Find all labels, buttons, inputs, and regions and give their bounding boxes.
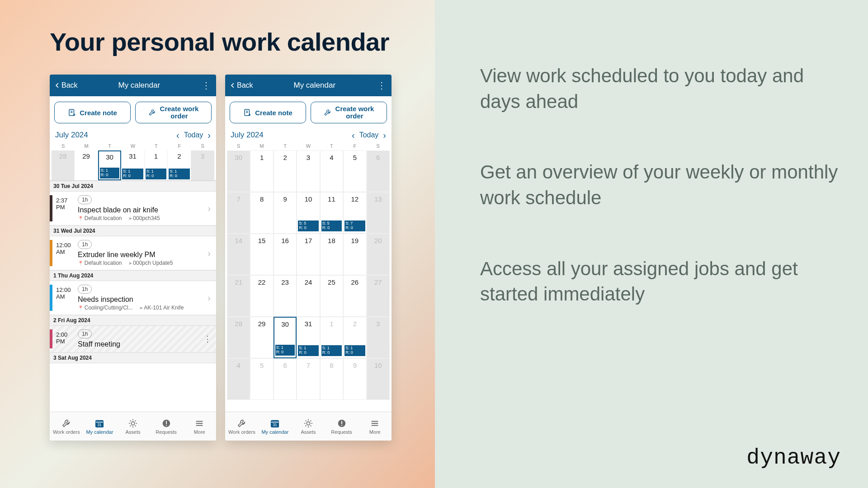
- kebab-menu[interactable]: ⋮: [376, 80, 387, 91]
- week-day-cell[interactable]: 3: [191, 150, 214, 180]
- month-day-cell[interactable]: 8: [320, 358, 343, 400]
- month-day-cell[interactable]: 28: [227, 317, 250, 358]
- dow-label: W: [297, 141, 320, 150]
- month-day-cell[interactable]: 19: [343, 234, 366, 275]
- tab-requests[interactable]: Requests: [150, 412, 183, 441]
- month-day-cell[interactable]: 1S: 1 R: 0: [320, 317, 343, 358]
- month-day-cell[interactable]: 2S: 1 R: 0: [343, 317, 366, 358]
- tab-assets[interactable]: Assets: [292, 412, 325, 441]
- month-day-cell[interactable]: 25: [320, 275, 343, 317]
- month-day-cell[interactable]: 30: [227, 150, 250, 192]
- today-button[interactable]: Today: [184, 131, 203, 139]
- tab-work-orders[interactable]: Work orders: [50, 412, 83, 441]
- month-day-cell[interactable]: 18: [320, 234, 343, 275]
- month-day-cell[interactable]: 14: [227, 234, 250, 275]
- event-time: 2:00PM: [56, 329, 78, 348]
- tab-label: Assets: [125, 429, 140, 435]
- create-note-button[interactable]: Create note: [230, 102, 306, 123]
- event-duration: 1h: [78, 329, 92, 338]
- dow-label: T: [98, 141, 121, 150]
- create-note-button[interactable]: Create note: [54, 102, 131, 123]
- week-day-cell[interactable]: 28: [52, 150, 75, 180]
- month-day-cell[interactable]: 13: [367, 192, 390, 234]
- month-label[interactable]: July 2024: [55, 131, 88, 140]
- event-kebab[interactable]: ⋮: [203, 334, 212, 344]
- back-button[interactable]: Back: [54, 81, 78, 89]
- day-number: 10: [297, 192, 319, 203]
- tab-my-calendar[interactable]: 31My calendar: [259, 412, 292, 441]
- month-day-cell[interactable]: 26: [343, 275, 366, 317]
- month-day-cell[interactable]: 9: [274, 192, 297, 234]
- event-card[interactable]: 2:00PM1hStaff meeting⋮: [50, 326, 216, 352]
- month-day-cell[interactable]: 30S: 1 R: 0: [274, 317, 297, 358]
- day-number: 27: [367, 276, 389, 286]
- month-day-cell[interactable]: 29: [250, 317, 273, 358]
- month-day-cell[interactable]: 20: [367, 234, 390, 275]
- month-day-cell[interactable]: 23: [274, 275, 297, 317]
- day-header: 1 Thu Aug 2024: [50, 270, 216, 281]
- kebab-menu[interactable]: ⋮: [201, 80, 212, 91]
- svg-text:31: 31: [273, 422, 278, 427]
- month-day-cell[interactable]: 9: [343, 358, 366, 400]
- month-day-cell[interactable]: 21: [227, 275, 250, 317]
- day-number: 8: [250, 192, 273, 203]
- month-day-cell[interactable]: 17: [297, 234, 320, 275]
- month-day-cell[interactable]: 2: [274, 150, 297, 192]
- month-day-cell[interactable]: 4: [320, 150, 343, 192]
- month-label[interactable]: July 2024: [231, 131, 264, 140]
- prev-month-button[interactable]: ‹: [352, 131, 355, 140]
- month-day-cell[interactable]: 1: [250, 150, 273, 192]
- month-day-cell[interactable]: 5: [250, 358, 273, 400]
- next-month-button[interactable]: ›: [383, 131, 386, 140]
- month-day-cell[interactable]: 22: [250, 275, 273, 317]
- month-day-cell[interactable]: 4: [227, 358, 250, 400]
- month-day-cell[interactable]: 27: [367, 275, 390, 317]
- month-day-cell[interactable]: 3: [367, 317, 390, 358]
- month-day-cell[interactable]: 6: [367, 150, 390, 192]
- week-day-cell[interactable]: 1S: 1 R: 0: [145, 150, 168, 180]
- month-day-cell[interactable]: 7: [227, 192, 250, 234]
- next-week-button[interactable]: ›: [208, 131, 211, 140]
- month-day-cell[interactable]: 7: [297, 358, 320, 400]
- appbar: Back My calendar ⋮: [50, 75, 216, 96]
- month-day-cell[interactable]: 3: [297, 150, 320, 192]
- today-button[interactable]: Today: [359, 131, 379, 139]
- dow-label: S: [367, 141, 390, 150]
- month-day-cell[interactable]: 5: [343, 150, 366, 192]
- month-day-cell[interactable]: 10: [367, 358, 390, 400]
- tab-work-orders[interactable]: Work orders: [225, 412, 259, 441]
- tab-assets[interactable]: Assets: [116, 412, 150, 441]
- tab-label: More: [369, 429, 381, 435]
- month-day-cell[interactable]: 16: [274, 234, 297, 275]
- dow-label: W: [121, 141, 144, 150]
- day-number: 1: [321, 317, 343, 328]
- dow-label: M: [75, 141, 98, 150]
- month-day-cell[interactable]: 6: [274, 358, 297, 400]
- week-day-cell[interactable]: 30S: 1 R: 0: [98, 150, 121, 180]
- month-day-cell[interactable]: 31S: 1 R: 0: [297, 317, 320, 358]
- month-day-cell[interactable]: 24: [297, 275, 320, 317]
- tab-more[interactable]: More: [183, 412, 216, 441]
- tab-requests[interactable]: Requests: [325, 412, 359, 441]
- month-day-cell[interactable]: 10S: 5 R: 0: [297, 192, 320, 234]
- dow-label: T: [145, 141, 168, 150]
- feature-bullet: View work scheduled to you today and day…: [480, 63, 841, 114]
- prev-week-button[interactable]: ‹: [176, 131, 179, 140]
- week-day-cell[interactable]: 29: [75, 150, 98, 180]
- tab-more[interactable]: More: [358, 412, 392, 441]
- event-card[interactable]: 2:37PM1hInspect blade on air knifeDefaul…: [50, 192, 216, 225]
- day-number: 25: [321, 276, 343, 286]
- month-day-cell[interactable]: 11S: 5 R: 0: [320, 192, 343, 234]
- week-day-cell[interactable]: 31S: 1 R: 0: [121, 150, 144, 180]
- event-card[interactable]: 12:00AM1hExtruder line weekly PMDefault …: [50, 236, 216, 270]
- back-button[interactable]: Back: [230, 81, 253, 89]
- create-work-order-button[interactable]: Create work order: [135, 102, 212, 123]
- tab-my-calendar[interactable]: 31My calendar: [83, 412, 117, 441]
- day-number: 29: [250, 317, 273, 328]
- month-day-cell[interactable]: 15: [250, 234, 273, 275]
- month-day-cell[interactable]: 8: [250, 192, 273, 234]
- month-day-cell[interactable]: 12S: 7 R: 0: [343, 192, 366, 234]
- event-card[interactable]: 12:00AM1hNeeds inspectionCooling/Cutting…: [50, 281, 216, 315]
- create-work-order-button[interactable]: Create work order: [311, 102, 387, 123]
- week-day-cell[interactable]: 2S: 1 R: 0: [168, 150, 191, 180]
